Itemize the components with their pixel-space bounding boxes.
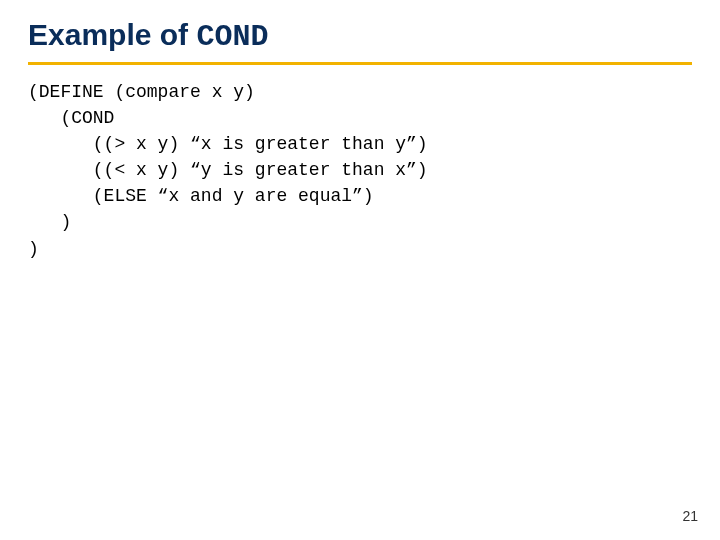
- code-line-7: ): [28, 239, 39, 259]
- code-line-3: ((> x y) “x is greater than y”): [28, 134, 428, 154]
- page-number: 21: [682, 508, 698, 524]
- code-block: (DEFINE (compare x y) (COND ((> x y) “x …: [28, 79, 692, 262]
- code-line-6: ): [28, 212, 71, 232]
- code-line-5: (ELSE “x and y are equal”): [28, 186, 374, 206]
- code-line-2: (COND: [28, 108, 114, 128]
- title-code: COND: [196, 20, 268, 54]
- slide: Example of COND (DEFINE (compare x y) (C…: [0, 0, 720, 540]
- title-prefix: Example of: [28, 18, 196, 51]
- code-line-4: ((< x y) “y is greater than x”): [28, 160, 428, 180]
- title-rule: [28, 62, 692, 65]
- code-line-1: (DEFINE (compare x y): [28, 82, 255, 102]
- slide-title: Example of COND: [28, 18, 692, 62]
